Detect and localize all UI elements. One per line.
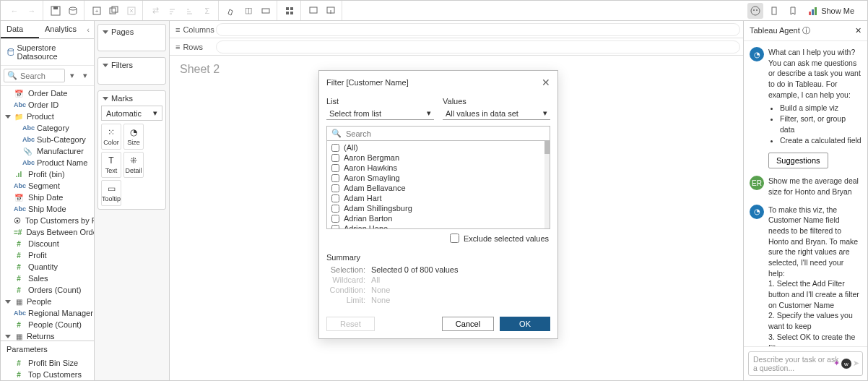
filter-value-item[interactable]: Aaron Smayling: [329, 173, 548, 183]
filter-value-checkbox[interactable]: [331, 225, 339, 230]
filter-value-checkbox[interactable]: [331, 174, 339, 182]
filter-search-input[interactable]: 🔍: [326, 126, 550, 141]
filter-value-item[interactable]: Aaron Bergman: [329, 153, 548, 163]
list-label: List: [326, 97, 434, 106]
filter-value-checkbox[interactable]: [331, 144, 339, 152]
close-icon[interactable]: ✕: [542, 77, 550, 88]
filter-value-item[interactable]: Adam Shillingsburg: [329, 203, 548, 213]
exclude-checkbox[interactable]: [450, 234, 459, 243]
filter-value-item[interactable]: (All): [329, 142, 548, 153]
scrollbar[interactable]: [544, 141, 550, 228]
search-icon: 🔍: [331, 129, 342, 138]
list-dropdown[interactable]: Select from list▾: [326, 107, 434, 120]
filter-value-checkbox[interactable]: [331, 164, 339, 172]
filter-value-item[interactable]: Aaron Hawkins: [329, 163, 548, 173]
filter-value-item[interactable]: Adrian Hane: [329, 223, 548, 229]
filter-value-checkbox[interactable]: [331, 194, 339, 202]
filter-dialog: Filter [Customer Name] ✕ List Select fro…: [318, 70, 558, 339]
filter-values-list[interactable]: (All)Aaron BergmanAaron HawkinsAaron Sma…: [326, 141, 550, 229]
filter-value-item[interactable]: Adrian Barton: [329, 213, 548, 223]
reset-button[interactable]: Reset: [326, 317, 375, 331]
summary-title: Summary: [326, 253, 550, 262]
filter-value-checkbox[interactable]: [331, 215, 339, 223]
dialog-title-text: Filter [Customer Name]: [326, 78, 409, 87]
filter-value-checkbox[interactable]: [331, 184, 339, 192]
dialog-overlay: Filter [Customer Name] ✕ List Select fro…: [1, 1, 867, 380]
filter-value-item[interactable]: Adam Hart: [329, 193, 548, 203]
ok-button[interactable]: OK: [500, 317, 550, 331]
cancel-button[interactable]: Cancel: [442, 317, 494, 331]
values-label: Values: [443, 97, 550, 106]
filter-value-checkbox[interactable]: [331, 205, 339, 213]
exclude-label: Exclude selected values: [464, 234, 549, 243]
filter-value-item[interactable]: Adam Bellavance: [329, 183, 548, 193]
filter-value-checkbox[interactable]: [331, 154, 339, 162]
values-dropdown[interactable]: All values in data set▾: [443, 107, 550, 120]
